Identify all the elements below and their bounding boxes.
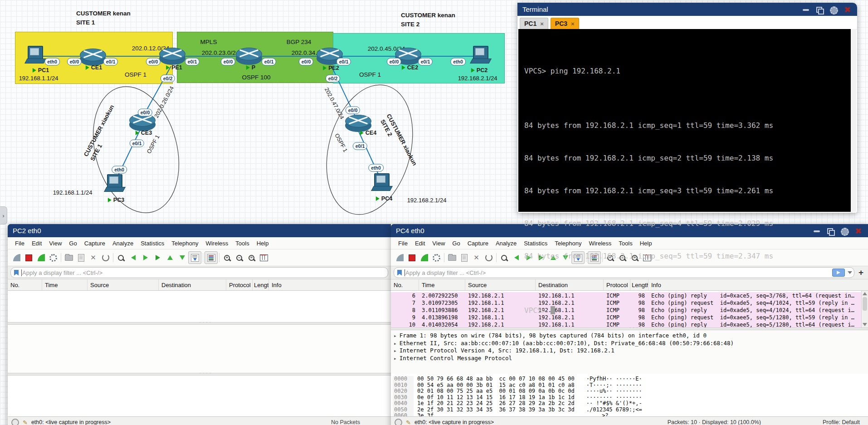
menu-file[interactable]: File — [11, 240, 28, 247]
detail-icmp[interactable]: Internet Control Message Protocol — [394, 355, 868, 362]
expert-info-icon[interactable] — [395, 419, 402, 425]
col-no[interactable]: No. — [391, 279, 419, 290]
go-to-packet-icon[interactable] — [151, 252, 164, 264]
menu-file[interactable]: File — [395, 240, 411, 247]
tab-pc1[interactable]: PC1× — [520, 18, 548, 29]
pc2-titlebar[interactable]: PC2 eth0 — [8, 224, 391, 237]
label-ce2: CE2 — [402, 64, 418, 71]
menu-wireless[interactable]: Wireless — [202, 240, 232, 247]
pc4-hex-pane[interactable]: 000000 50 79 66 68 48 aa bb cc 00 07 10 … — [391, 374, 868, 420]
terminal-output[interactable]: VPCS> ping 192.168.2.1 84 bytes from 192… — [518, 29, 851, 212]
detail-ip[interactable]: Internet Protocol Version 4, Src: 192.16… — [394, 347, 868, 355]
col-destination[interactable]: Destination — [159, 279, 226, 290]
stop-capture-icon[interactable] — [23, 252, 35, 264]
open-file-icon[interactable] — [63, 252, 75, 264]
close-button[interactable] — [853, 227, 863, 234]
pc2-filter-input[interactable]: Apply a display filter ... <Ctrl-/> — [10, 267, 388, 278]
scroll-up-icon[interactable] — [863, 292, 867, 295]
go-last-icon[interactable] — [176, 252, 188, 264]
open-file-icon[interactable] — [446, 252, 458, 264]
sidebar-expander[interactable]: › — [0, 206, 7, 225]
restore-button[interactable] — [815, 6, 825, 13]
restart-capture-icon[interactable] — [35, 252, 47, 264]
col-source[interactable]: Source — [88, 279, 159, 290]
go-back-icon[interactable] — [127, 252, 139, 264]
pc2-pane-splitter[interactable] — [8, 322, 391, 325]
restart-capture-icon[interactable] — [418, 252, 430, 264]
stop-capture-icon[interactable] — [406, 252, 418, 264]
close-file-icon[interactable]: ✕ — [470, 252, 483, 264]
go-forward-icon[interactable] — [139, 252, 151, 264]
node-pc4[interactable] — [372, 173, 391, 192]
col-protocol[interactable]: Protocol — [226, 279, 253, 290]
add-filter-button[interactable]: + — [857, 268, 865, 278]
bookmark-icon[interactable] — [14, 270, 19, 276]
menu-analyze[interactable]: Analyze — [492, 240, 520, 247]
menu-view[interactable]: View — [429, 240, 449, 247]
capture-options-icon[interactable] — [430, 252, 443, 264]
reload-file-icon[interactable] — [483, 252, 495, 264]
pc2-packet-list[interactable] — [8, 291, 391, 322]
menu-capture[interactable]: Capture — [464, 240, 492, 247]
menu-help[interactable]: Help — [253, 240, 273, 247]
minimize-button[interactable] — [801, 6, 811, 13]
zoom-in-icon[interactable]: + — [221, 252, 233, 264]
capture-comment-icon[interactable]: ✎ — [406, 419, 411, 425]
node-ce3[interactable] — [129, 114, 156, 131]
node-pc1[interactable] — [26, 46, 45, 65]
zoom-reset-icon[interactable]: = — [245, 252, 258, 264]
pc2-hex-pane[interactable] — [8, 376, 391, 417]
node-ce1[interactable] — [80, 49, 106, 66]
iface-label: eth0 — [450, 58, 466, 66]
col-time[interactable]: Time — [42, 279, 88, 290]
menu-analyze[interactable]: Analyze — [109, 240, 137, 247]
tab-close-icon[interactable]: × — [571, 20, 575, 27]
capture-options-icon[interactable] — [47, 252, 59, 264]
go-back-icon[interactable] — [510, 252, 522, 264]
tab-pc3[interactable]: PC3× — [551, 18, 579, 29]
node-p[interactable] — [236, 48, 262, 65]
auto-scroll-icon[interactable] — [188, 251, 201, 264]
menu-capture[interactable]: Capture — [81, 240, 109, 247]
colorize-icon[interactable] — [205, 251, 218, 264]
find-packet-icon[interactable] — [498, 252, 510, 264]
close-file-icon[interactable]: ✕ — [87, 252, 99, 264]
close-button[interactable] — [842, 6, 852, 13]
packet-list-scrollbar[interactable] — [861, 291, 868, 327]
capture-comment-icon[interactable]: ✎ — [23, 419, 28, 425]
detail-ethernet[interactable]: Ethernet II, Src: aa:bb:cc:00:07:10 (aa:… — [394, 340, 868, 347]
reload-file-icon[interactable] — [99, 252, 112, 264]
start-capture-icon[interactable] — [10, 252, 23, 264]
col-no[interactable]: No. — [8, 279, 42, 290]
menu-edit[interactable]: Edit — [411, 240, 429, 247]
save-file-icon[interactable] — [75, 252, 87, 264]
menu-statistics[interactable]: Statistics — [137, 240, 168, 247]
menu-go[interactable]: Go — [65, 240, 80, 247]
menu-telephony[interactable]: Telephony — [168, 240, 202, 247]
menu-go[interactable]: Go — [449, 240, 463, 247]
tab-close-icon[interactable]: × — [540, 20, 544, 27]
scroll-down-icon[interactable] — [863, 323, 867, 326]
start-capture-icon[interactable] — [394, 252, 406, 264]
col-length[interactable]: Length — [253, 279, 269, 290]
save-file-icon[interactable] — [458, 252, 470, 264]
col-info[interactable]: Info — [269, 279, 391, 290]
pc2-pane-splitter2[interactable] — [8, 373, 391, 376]
find-packet-icon[interactable] — [115, 252, 127, 264]
terminal-scrollbar[interactable] — [851, 29, 856, 212]
node-pc2[interactable] — [471, 46, 490, 65]
menu-view[interactable]: View — [45, 240, 65, 247]
node-pe1[interactable] — [159, 48, 185, 65]
zoom-out-icon[interactable]: − — [233, 252, 245, 264]
settings-gear-button[interactable] — [829, 6, 839, 13]
pc2-detail-pane[interactable] — [8, 325, 391, 373]
terminal-titlebar[interactable]: Terminal — [517, 3, 857, 16]
menu-tools[interactable]: Tools — [232, 240, 253, 247]
expert-info-icon[interactable] — [11, 419, 19, 425]
bookmark-icon[interactable] — [397, 270, 402, 276]
col-time[interactable]: Time — [419, 279, 465, 290]
node-pc3[interactable] — [105, 174, 124, 193]
menu-edit[interactable]: Edit — [28, 240, 45, 247]
resize-columns-icon[interactable] — [258, 252, 270, 264]
go-first-icon[interactable] — [164, 252, 176, 264]
